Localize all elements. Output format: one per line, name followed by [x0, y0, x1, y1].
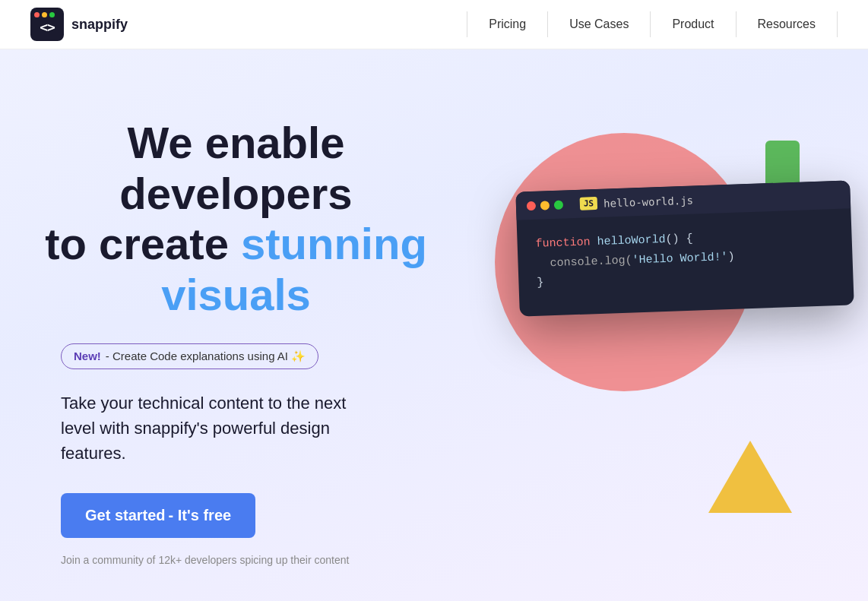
- keyword-function: function: [535, 236, 597, 251]
- hero-visual: JS hello-world.js function helloWorld() …: [434, 95, 807, 566]
- file-name: hello-world.js: [603, 194, 694, 209]
- nav-link-resources[interactable]: Resources: [737, 11, 838, 37]
- closing-brace: }: [537, 277, 544, 289]
- code-parens: () {: [665, 232, 693, 246]
- nav-links: Pricing Use Cases Product Resources: [467, 11, 838, 37]
- cta-bold-text: Get started: [85, 507, 166, 524]
- function-name: helloWorld: [597, 233, 666, 248]
- decorative-yellow-triangle: [708, 441, 792, 513]
- hero-title-line1: We enable developers: [119, 118, 352, 218]
- traffic-red-icon: [527, 201, 536, 210]
- log-method: .log(: [597, 254, 632, 268]
- dot-yellow-icon: [42, 12, 47, 17]
- string-value: 'Hello World!': [632, 251, 728, 267]
- hero-title: We enable developers to create stunning …: [38, 118, 434, 321]
- hero-title-line2-plain: to create: [45, 219, 241, 268]
- new-feature-badge: New! - Create Code explanations using AI…: [61, 343, 318, 369]
- window-traffic-lights: [527, 200, 563, 210]
- nav-link-product[interactable]: Product: [651, 11, 736, 37]
- logo[interactable]: <> snappify: [30, 8, 128, 41]
- js-badge: JS: [580, 197, 598, 210]
- hero-content: We enable developers to create stunning …: [61, 95, 434, 566]
- get-started-button[interactable]: Get started - It's free: [61, 493, 255, 538]
- badge-text: - Create Code explanations using AI ✨: [106, 350, 306, 363]
- nav-link-pricing[interactable]: Pricing: [467, 11, 548, 37]
- logo-icon: <>: [30, 8, 64, 41]
- navbar: <> snappify Pricing Use Cases Product Re…: [0, 0, 868, 49]
- code-window: JS hello-world.js function helloWorld() …: [515, 180, 854, 316]
- code-body: function helloWorld() { console.log('Hel…: [517, 208, 854, 316]
- dot-green-icon: [49, 12, 55, 17]
- logo-name: snappify: [71, 17, 128, 33]
- community-text: Join a community of 12k+ developers spic…: [61, 554, 349, 566]
- console-text: console: [536, 255, 598, 270]
- traffic-green-icon: [554, 200, 563, 209]
- logo-brackets: <>: [40, 19, 55, 35]
- hero-section: We enable developers to create stunning …: [0, 49, 868, 596]
- dot-red-icon: [34, 12, 40, 17]
- hero-description: Take your technical content to the next …: [61, 391, 380, 466]
- window-file-info: JS hello-world.js: [580, 194, 694, 210]
- cta-suffix-text: - It's free: [169, 507, 232, 524]
- badge-label: New!: [74, 350, 101, 362]
- nav-link-use-cases[interactable]: Use Cases: [548, 11, 651, 37]
- traffic-yellow-icon: [540, 201, 550, 210]
